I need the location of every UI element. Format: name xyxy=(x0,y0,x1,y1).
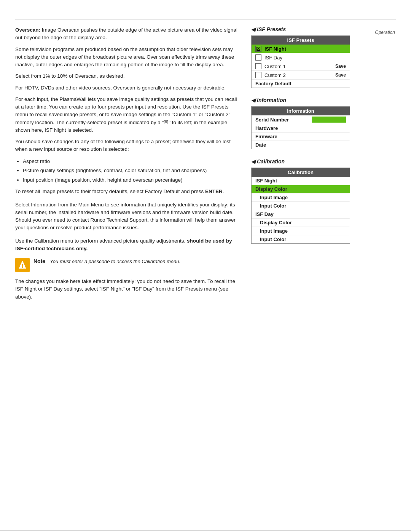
cal-row-input-color-night[interactable]: Input Color xyxy=(252,202,350,210)
operation-label: Operation xyxy=(375,30,395,35)
info-row-date: Date xyxy=(252,141,350,149)
cal-box: Calibration ISF Night Display Color Inpu… xyxy=(251,168,350,244)
isf-section-heading: ◀ ISF Presets xyxy=(251,26,362,32)
cal-row-display-color-night[interactable]: Display Color xyxy=(252,185,350,193)
preset-label-custom2: Custom 2 xyxy=(264,72,332,78)
top-rule xyxy=(15,19,396,19)
left-column: Overscan: Image Overscan pushes the outs… xyxy=(15,26,251,305)
save-custom2-button[interactable]: Save xyxy=(335,72,346,78)
cal-para3: The changes you make here take effect im… xyxy=(15,278,240,301)
note-icon: ! xyxy=(15,258,30,272)
info-heading-label: Information xyxy=(257,97,286,103)
isf-arrow-icon: ◀ xyxy=(251,26,255,32)
page: Operation Overscan: Image Overscan pushe… xyxy=(0,19,411,532)
preset-row-factory[interactable]: Factory Default xyxy=(252,80,350,88)
preset-label-custom1: Custom 1 xyxy=(264,64,332,69)
note-italic-text: You must enter a passcode to access the … xyxy=(50,259,180,264)
overscan-para4: For HDTV, DVDs and other video sources, … xyxy=(15,84,240,92)
cal-arrow-icon: ◀ xyxy=(251,158,255,165)
cal-box-header: Calibration xyxy=(252,168,350,177)
save-custom1-button[interactable]: Save xyxy=(335,64,346,69)
preset-row-custom1[interactable]: Custom 1 Save xyxy=(252,62,350,71)
preset-row-isf-night[interactable]: ☒ ISF Night xyxy=(252,45,350,53)
content-area: Overscan: Image Overscan pushes the outs… xyxy=(0,26,411,305)
note-label-text: Note xyxy=(33,258,45,264)
info-para: Select Information from the Main Menu to… xyxy=(15,201,240,232)
bullet-picture: Picture quality settings (brightness, co… xyxy=(23,166,240,175)
info-row-serial: Serial Number xyxy=(252,115,350,124)
info-row-hardware: Hardware xyxy=(252,124,350,133)
cal-heading-label: Calibration xyxy=(257,158,285,165)
info-arrow-icon: ◀ xyxy=(251,97,255,103)
note-content: Note You must enter a passcode to access… xyxy=(33,258,180,265)
checkbox-custom1 xyxy=(255,63,261,69)
cal-row-isf-day[interactable]: ISF Day xyxy=(252,210,350,219)
cal-row-input-image-night[interactable]: Input Image xyxy=(252,193,350,202)
info-date-label: Date xyxy=(255,142,346,148)
preset-para1: For each input, the PlasmaWall lets you … xyxy=(15,96,240,134)
isf-heading-label: ISF Presets xyxy=(257,26,286,32)
overscan-para3: Select from 1% to 10% of Overscan, as de… xyxy=(15,72,240,80)
info-box-header: Information xyxy=(252,107,350,115)
info-serial-value xyxy=(312,117,346,123)
info-firmware-label: Firmware xyxy=(255,134,346,139)
cal-text1: Use the Calibration menu to perform adva… xyxy=(15,238,185,244)
preset-label-isf-night: ISF Night xyxy=(264,46,346,52)
preset-bullets: Aspect ratio Picture quality settings (b… xyxy=(23,157,240,184)
info-serial-label: Serial Number xyxy=(255,117,309,123)
info-section-heading: ◀ Information xyxy=(251,97,362,103)
reset-text: To reset all image presets to their fact… xyxy=(15,189,204,194)
info-row-firmware: Firmware xyxy=(252,133,350,141)
cal-section-heading: ◀ Calibration xyxy=(251,158,362,165)
right-column: ◀ ISF Presets ISF Presets ☒ ISF Night IS… xyxy=(251,26,362,305)
enter-label: ENTER xyxy=(205,189,223,194)
bullet-input: Input position (image position, width, h… xyxy=(23,176,240,184)
bullet-aspect: Aspect ratio xyxy=(23,157,240,166)
checkbox-isf-day xyxy=(255,54,261,61)
preset-para2: You should save changes to any of the fo… xyxy=(15,138,240,153)
overscan-para2: Some television programs are produced ba… xyxy=(15,46,240,69)
reset-para: To reset all image presets to their fact… xyxy=(15,188,240,195)
cal-row-input-color-day[interactable]: Input Color xyxy=(252,235,350,243)
cal-row-display-color-day[interactable]: Display Color xyxy=(252,219,350,227)
cal-para1: Use the Calibration menu to perform adva… xyxy=(15,237,240,253)
overscan-text1: Image Overscan pushes the outside edge o… xyxy=(15,27,237,40)
isf-presets-box: ISF Presets ☒ ISF Night ISF Day Custom 1… xyxy=(251,35,350,88)
overscan-title: Overscan: xyxy=(15,27,40,33)
preset-row-isf-day[interactable]: ISF Day xyxy=(252,53,350,62)
preset-label-isf-day: ISF Day xyxy=(264,55,346,61)
checkbox-isf-night: ☒ xyxy=(255,46,261,52)
cal-row-isf-night[interactable]: ISF Night xyxy=(252,177,350,185)
cal-row-input-image-day[interactable]: Input Image xyxy=(252,227,350,235)
footer: Runco PlasmaWall Owner's Operating Manua… xyxy=(0,530,411,532)
info-hardware-label: Hardware xyxy=(255,125,346,131)
svg-text:!: ! xyxy=(22,263,24,269)
note-box: ! Note You must enter a passcode to acce… xyxy=(15,258,240,272)
checkbox-custom2 xyxy=(255,72,261,78)
preset-row-custom2[interactable]: Custom 2 Save xyxy=(252,71,350,80)
info-box: Information Serial Number Hardware Firmw… xyxy=(251,106,350,149)
isf-box-header: ISF Presets xyxy=(252,36,350,45)
preset-label-factory: Factory Default xyxy=(255,81,346,86)
overscan-para1: Overscan: Image Overscan pushes the outs… xyxy=(15,26,240,42)
